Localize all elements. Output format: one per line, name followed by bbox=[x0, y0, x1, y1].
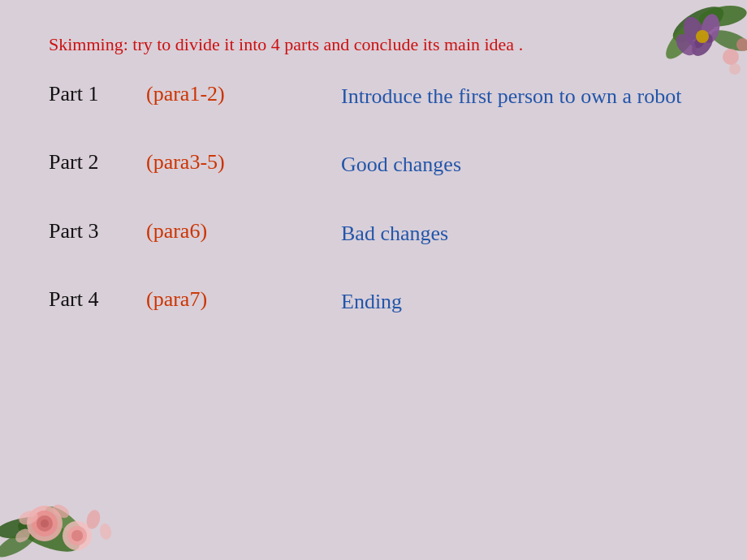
part-row-2: Part 2(para3-5)Good changes bbox=[49, 150, 698, 179]
parts-table: Part 1(para1-2)Introduce the first perso… bbox=[49, 82, 698, 317]
main-content: Skimming: try to divide it into 4 parts … bbox=[0, 0, 747, 560]
part-para-3: (para6) bbox=[146, 219, 276, 243]
part-row-3: Part 3(para6)Bad changes bbox=[49, 219, 698, 248]
part-label-3: Part 3 bbox=[49, 219, 146, 243]
part-para-4: (para7) bbox=[146, 287, 276, 312]
part-label-4: Part 4 bbox=[49, 287, 146, 312]
part-description-1: Introduce the first person to own a robo… bbox=[341, 82, 682, 111]
part-description-4: Ending bbox=[341, 287, 402, 317]
part-para-2: (para3-5) bbox=[146, 150, 276, 174]
skimming-instruction: Skimming: try to divide it into 4 parts … bbox=[49, 32, 601, 58]
part-description-3: Bad changes bbox=[341, 219, 448, 248]
part-description-2: Good changes bbox=[341, 150, 461, 179]
part-label-2: Part 2 bbox=[49, 150, 146, 174]
part-row-1: Part 1(para1-2)Introduce the first perso… bbox=[49, 82, 698, 111]
part-para-1: (para1-2) bbox=[146, 82, 276, 106]
part-row-4: Part 4(para7)Ending bbox=[49, 287, 698, 317]
part-label-1: Part 1 bbox=[49, 82, 146, 106]
